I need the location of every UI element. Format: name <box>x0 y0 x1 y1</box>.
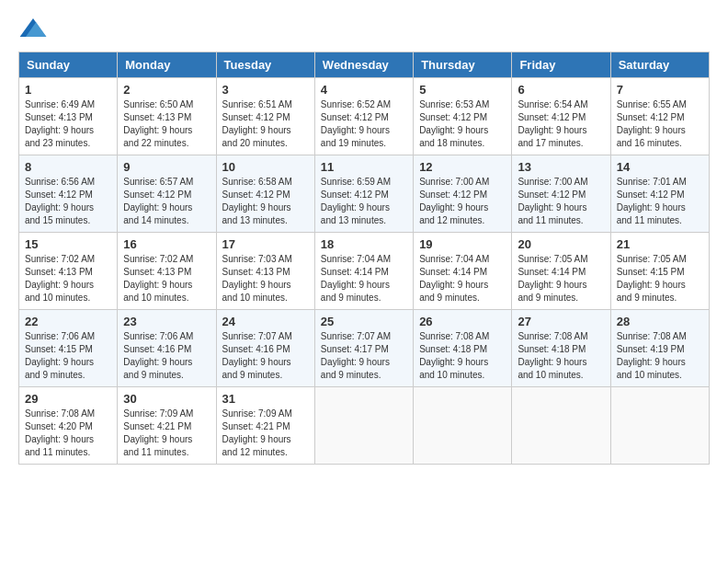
calendar-table: SundayMondayTuesdayWednesdayThursdayFrid… <box>18 52 710 465</box>
day-info: Sunrise: 7:04 AMSunset: 4:14 PMDaylight:… <box>321 253 407 304</box>
day-number: 9 <box>123 160 210 174</box>
day-info: Sunrise: 7:07 AMSunset: 4:16 PMDaylight:… <box>222 330 309 382</box>
day-info: Sunrise: 7:08 AMSunset: 4:20 PMDaylight:… <box>25 408 111 459</box>
day-number: 27 <box>518 315 604 328</box>
calendar-cell: 6Sunrise: 6:54 AMSunset: 4:12 PMDaylight… <box>512 78 610 155</box>
day-info: Sunrise: 7:07 AMSunset: 4:17 PMDaylight:… <box>321 330 407 382</box>
calendar-cell: 17Sunrise: 7:03 AMSunset: 4:13 PMDayligh… <box>216 233 314 310</box>
day-number: 7 <box>617 83 703 97</box>
day-info: Sunrise: 7:08 AMSunset: 4:18 PMDaylight:… <box>518 330 604 382</box>
calendar-cell: 18Sunrise: 7:04 AMSunset: 4:14 PMDayligh… <box>314 233 413 310</box>
week-row-1: 1Sunrise: 6:49 AMSunset: 4:13 PMDaylight… <box>19 78 710 155</box>
calendar-cell: 22Sunrise: 7:06 AMSunset: 4:15 PMDayligh… <box>19 310 118 387</box>
day-info: Sunrise: 7:05 AMSunset: 4:14 PMDaylight:… <box>518 253 604 304</box>
calendar-cell: 1Sunrise: 6:49 AMSunset: 4:13 PMDaylight… <box>19 78 118 155</box>
day-info: Sunrise: 6:59 AMSunset: 4:12 PMDaylight:… <box>321 176 407 227</box>
logo-icon <box>18 15 48 44</box>
day-number: 14 <box>617 160 703 174</box>
calendar-cell <box>610 387 709 465</box>
week-row-3: 15Sunrise: 7:02 AMSunset: 4:13 PMDayligh… <box>19 233 710 310</box>
calendar-cell: 23Sunrise: 7:06 AMSunset: 4:16 PMDayligh… <box>118 310 216 387</box>
calendar-cell: 5Sunrise: 6:53 AMSunset: 4:12 PMDaylight… <box>414 78 512 155</box>
column-header-friday: Friday <box>512 52 610 78</box>
day-info: Sunrise: 7:06 AMSunset: 4:15 PMDaylight:… <box>25 330 111 382</box>
header <box>18 15 710 44</box>
calendar-cell: 16Sunrise: 7:02 AMSunset: 4:13 PMDayligh… <box>118 233 216 310</box>
day-number: 16 <box>123 237 210 251</box>
calendar-cell: 26Sunrise: 7:08 AMSunset: 4:18 PMDayligh… <box>414 310 512 387</box>
calendar-cell: 2Sunrise: 6:50 AMSunset: 4:13 PMDaylight… <box>118 78 216 155</box>
calendar-cell: 14Sunrise: 7:01 AMSunset: 4:12 PMDayligh… <box>610 155 709 233</box>
calendar-cell: 15Sunrise: 7:02 AMSunset: 4:13 PMDayligh… <box>19 233 118 310</box>
week-row-4: 22Sunrise: 7:06 AMSunset: 4:15 PMDayligh… <box>19 310 710 387</box>
day-number: 26 <box>419 315 506 328</box>
day-info: Sunrise: 6:50 AMSunset: 4:13 PMDaylight:… <box>123 98 210 150</box>
calendar-cell <box>512 387 610 465</box>
calendar-cell: 24Sunrise: 7:07 AMSunset: 4:16 PMDayligh… <box>216 310 314 387</box>
day-number: 8 <box>25 160 111 174</box>
day-info: Sunrise: 7:09 AMSunset: 4:21 PMDaylight:… <box>123 408 210 459</box>
column-header-tuesday: Tuesday <box>216 52 314 78</box>
calendar-cell: 31Sunrise: 7:09 AMSunset: 4:21 PMDayligh… <box>216 387 314 465</box>
day-info: Sunrise: 7:03 AMSunset: 4:13 PMDaylight:… <box>222 253 309 304</box>
column-header-monday: Monday <box>118 52 216 78</box>
calendar-cell: 19Sunrise: 7:04 AMSunset: 4:14 PMDayligh… <box>414 233 512 310</box>
day-info: Sunrise: 7:04 AMSunset: 4:14 PMDaylight:… <box>419 253 506 304</box>
header-row: SundayMondayTuesdayWednesdayThursdayFrid… <box>19 52 710 78</box>
day-info: Sunrise: 7:06 AMSunset: 4:16 PMDaylight:… <box>123 330 210 382</box>
week-row-5: 29Sunrise: 7:08 AMSunset: 4:20 PMDayligh… <box>19 387 710 465</box>
day-number: 24 <box>222 315 309 328</box>
day-info: Sunrise: 7:09 AMSunset: 4:21 PMDaylight:… <box>222 408 309 459</box>
calendar-cell: 29Sunrise: 7:08 AMSunset: 4:20 PMDayligh… <box>19 387 118 465</box>
day-number: 21 <box>617 237 703 251</box>
day-number: 12 <box>419 160 506 174</box>
day-number: 18 <box>321 237 407 251</box>
day-info: Sunrise: 7:00 AMSunset: 4:12 PMDaylight:… <box>518 176 604 227</box>
day-number: 25 <box>321 315 407 328</box>
column-header-wednesday: Wednesday <box>314 52 413 78</box>
calendar-cell: 30Sunrise: 7:09 AMSunset: 4:21 PMDayligh… <box>118 387 216 465</box>
calendar-cell: 12Sunrise: 7:00 AMSunset: 4:12 PMDayligh… <box>414 155 512 233</box>
day-number: 3 <box>222 83 309 97</box>
day-number: 4 <box>321 83 407 97</box>
day-number: 15 <box>25 237 111 251</box>
day-info: Sunrise: 7:02 AMSunset: 4:13 PMDaylight:… <box>25 253 111 304</box>
column-header-thursday: Thursday <box>414 52 512 78</box>
calendar-cell: 28Sunrise: 7:08 AMSunset: 4:19 PMDayligh… <box>610 310 709 387</box>
day-info: Sunrise: 7:08 AMSunset: 4:18 PMDaylight:… <box>419 330 506 382</box>
day-info: Sunrise: 6:51 AMSunset: 4:12 PMDaylight:… <box>222 98 309 150</box>
day-number: 6 <box>518 83 604 97</box>
day-number: 22 <box>25 315 111 328</box>
day-info: Sunrise: 7:05 AMSunset: 4:15 PMDaylight:… <box>617 253 703 304</box>
day-info: Sunrise: 7:00 AMSunset: 4:12 PMDaylight:… <box>419 176 506 227</box>
day-info: Sunrise: 6:56 AMSunset: 4:12 PMDaylight:… <box>25 176 111 227</box>
day-info: Sunrise: 7:02 AMSunset: 4:13 PMDaylight:… <box>123 253 210 304</box>
calendar-cell: 20Sunrise: 7:05 AMSunset: 4:14 PMDayligh… <box>512 233 610 310</box>
calendar-cell: 3Sunrise: 6:51 AMSunset: 4:12 PMDaylight… <box>216 78 314 155</box>
day-number: 1 <box>25 83 111 97</box>
day-number: 23 <box>123 315 210 328</box>
day-info: Sunrise: 6:54 AMSunset: 4:12 PMDaylight:… <box>518 98 604 150</box>
day-number: 10 <box>222 160 309 174</box>
column-header-saturday: Saturday <box>610 52 709 78</box>
page-container: SundayMondayTuesdayWednesdayThursdayFrid… <box>18 15 710 465</box>
column-header-sunday: Sunday <box>19 52 118 78</box>
calendar-cell: 13Sunrise: 7:00 AMSunset: 4:12 PMDayligh… <box>512 155 610 233</box>
day-info: Sunrise: 6:49 AMSunset: 4:13 PMDaylight:… <box>25 98 111 150</box>
day-number: 2 <box>123 83 210 97</box>
calendar-cell: 9Sunrise: 6:57 AMSunset: 4:12 PMDaylight… <box>118 155 216 233</box>
calendar-cell: 27Sunrise: 7:08 AMSunset: 4:18 PMDayligh… <box>512 310 610 387</box>
week-row-2: 8Sunrise: 6:56 AMSunset: 4:12 PMDaylight… <box>19 155 710 233</box>
day-number: 29 <box>25 392 111 406</box>
day-number: 19 <box>419 237 506 251</box>
day-number: 5 <box>419 83 506 97</box>
day-info: Sunrise: 7:08 AMSunset: 4:19 PMDaylight:… <box>617 330 703 382</box>
day-number: 31 <box>222 392 309 406</box>
calendar-cell <box>314 387 413 465</box>
day-info: Sunrise: 6:52 AMSunset: 4:12 PMDaylight:… <box>321 98 407 150</box>
day-number: 30 <box>123 392 210 406</box>
calendar-cell: 8Sunrise: 6:56 AMSunset: 4:12 PMDaylight… <box>19 155 118 233</box>
day-info: Sunrise: 6:57 AMSunset: 4:12 PMDaylight:… <box>123 176 210 227</box>
calendar-cell <box>414 387 512 465</box>
day-number: 28 <box>617 315 703 328</box>
